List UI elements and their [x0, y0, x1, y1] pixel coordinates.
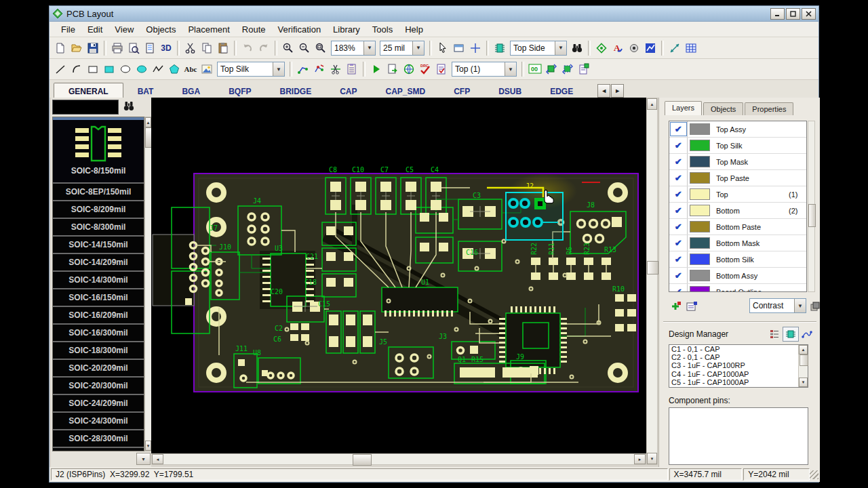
layer-properties-icon[interactable] — [684, 299, 700, 314]
canvas-horizontal-scrollbar[interactable]: ◄ ► — [151, 453, 646, 465]
layer-color-swatch[interactable] — [690, 156, 710, 167]
net-list-icon[interactable] — [344, 61, 360, 77]
component-pins-list[interactable] — [669, 407, 808, 465]
polygon-tool-icon[interactable] — [166, 61, 182, 77]
layer-row-top-mask[interactable]: ✔Top Mask — [669, 154, 806, 170]
text-tool-icon[interactable]: Abc — [182, 61, 199, 77]
grid-table-icon[interactable] — [683, 40, 699, 56]
zoom-in-icon[interactable] — [280, 40, 296, 56]
panel-tab-properties[interactable]: Properties — [745, 102, 793, 115]
layer-color-swatch[interactable] — [690, 237, 710, 249]
layer-color-swatch[interactable] — [690, 123, 710, 135]
open-file-icon[interactable] — [68, 40, 85, 56]
scroll-right-icon[interactable]: ► — [634, 454, 646, 464]
zoom-level-combo[interactable]: 183% ▼ — [331, 41, 376, 56]
layer-color-swatch[interactable] — [690, 253, 710, 265]
scroll-down-icon[interactable]: ▼ — [145, 441, 151, 451]
layer-visible-checkbox[interactable]: ✔ — [669, 121, 688, 137]
contrast-combo[interactable]: Contrast ▼ — [749, 298, 806, 313]
pattern-item[interactable]: SOIC-16/150mil — [53, 289, 144, 307]
scroll-up-icon[interactable]: ▲ — [647, 98, 657, 110]
pattern-diamond-icon[interactable] — [593, 40, 610, 56]
route-trace-icon[interactable] — [295, 61, 311, 77]
redo-icon[interactable] — [256, 40, 272, 56]
layer-visible-checkbox[interactable]: ✔ — [669, 154, 688, 169]
pattern-item[interactable]: SOIC-16/209mil — [53, 307, 144, 325]
component-chip-icon[interactable] — [492, 40, 508, 56]
layer-row-top[interactable]: ✔Top(1) — [669, 186, 806, 203]
layer-visible-checkbox[interactable]: ✔ — [669, 170, 688, 186]
drc-report-icon[interactable] — [433, 61, 450, 77]
design-manager-scrollbar[interactable]: ▲ ▼ — [798, 345, 808, 387]
layer-color-swatch[interactable] — [690, 172, 710, 184]
polyline-tool-icon[interactable] — [150, 61, 166, 77]
pattern-item[interactable]: SOIC-16/300mil — [53, 325, 144, 342]
pattern-item[interactable]: SOIC-28/300mil — [53, 430, 144, 448]
drc-check-icon[interactable]: DRC — [417, 61, 433, 77]
layer-row-bottom[interactable]: ✔Bottom(2) — [669, 203, 806, 219]
design-manager-item[interactable]: C5 - 1uF - CAP1000AP — [669, 378, 808, 386]
menu-help[interactable]: Help — [399, 23, 429, 36]
pcb-canvas[interactable]: C8C10C7C5C4J4J7J10U3C21C18C20C2C6J5J3J11… — [151, 98, 646, 453]
tab-scroll-left-icon[interactable]: ◄ — [597, 84, 610, 98]
net-graph-icon[interactable] — [642, 40, 658, 56]
layer-row-top-silk[interactable]: ✔Top Silk — [669, 138, 806, 154]
layer-visible-checkbox[interactable]: ✔ — [669, 219, 688, 235]
signal-layer-combo[interactable]: Top (1) ▼ — [452, 62, 517, 77]
unroute-scissors-icon[interactable] — [328, 61, 344, 77]
export-globe-icon[interactable] — [401, 61, 417, 77]
layer-color-swatch[interactable] — [690, 205, 710, 216]
scroll-down-icon[interactable]: ▼ — [647, 453, 657, 464]
menu-route[interactable]: Route — [236, 23, 272, 36]
chevron-down-icon[interactable]: ▼ — [273, 62, 284, 76]
pattern-item[interactable]: SOIC-14/209mil — [53, 254, 144, 272]
placement-window-icon[interactable] — [451, 40, 467, 56]
layer-visible-checkbox[interactable]: ✔ — [669, 251, 688, 267]
layer-row-top-assy[interactable]: ✔Top Assy — [669, 121, 806, 138]
text-marking-icon[interactable]: A — [610, 40, 626, 56]
scrollbar-thumb[interactable] — [800, 354, 808, 366]
pattern-item[interactable]: SOIC-18/300mil — [53, 342, 144, 360]
add-layer-icon[interactable] — [667, 299, 684, 314]
menu-placement[interactable]: Placement — [182, 23, 235, 36]
layer-visible-checkbox[interactable]: ✔ — [669, 235, 688, 251]
chevron-down-icon[interactable]: ▼ — [555, 41, 566, 55]
menu-library[interactable]: Library — [327, 23, 366, 36]
line-tool-icon[interactable] — [52, 61, 68, 77]
titles-icon[interactable] — [142, 40, 158, 56]
rectangle-tool-icon[interactable] — [85, 61, 101, 77]
menu-verification[interactable]: Verification — [272, 23, 328, 36]
chevron-down-icon[interactable]: ▼ — [363, 41, 375, 55]
menu-tools[interactable]: Tools — [366, 23, 399, 36]
close-button[interactable] — [802, 8, 816, 20]
image-tool-icon[interactable] — [199, 61, 215, 77]
pattern-item[interactable]: SOIC-20/300mil — [53, 378, 144, 395]
pattern-item[interactable]: SOIC-8EP/150mil — [53, 184, 144, 201]
layer-visible-checkbox[interactable]: ✔ — [669, 284, 688, 292]
search-binoculars-icon[interactable] — [121, 100, 136, 113]
layers-scrollbar[interactable] — [808, 121, 815, 292]
component-report-icon[interactable] — [576, 61, 592, 77]
chevron-down-icon[interactable]: ▼ — [794, 299, 806, 312]
origin-crosshair-icon[interactable] — [467, 40, 484, 56]
components-view-icon[interactable] — [783, 327, 799, 342]
scrollbar-thumb[interactable] — [647, 261, 658, 274]
save-icon[interactable] — [85, 40, 101, 56]
paste-icon[interactable] — [215, 40, 231, 56]
zoom-window-icon[interactable] — [313, 40, 329, 56]
print-preview-icon[interactable] — [125, 40, 142, 56]
find-binoculars-icon[interactable] — [569, 40, 585, 56]
cut-icon[interactable] — [182, 40, 199, 56]
layer-color-swatch[interactable] — [690, 188, 710, 200]
pattern-item[interactable]: SOIC-14/300mil — [53, 272, 144, 289]
arc-tool-icon[interactable] — [68, 61, 85, 77]
scroll-left-icon[interactable]: ◄ — [152, 454, 163, 464]
select-tool-icon[interactable] — [435, 40, 451, 56]
update-selected-icon[interactable] — [559, 61, 576, 77]
pattern-item[interactable]: SOIC-8/209mil — [53, 201, 144, 219]
hist-zero-icon[interactable]: 00 — [527, 61, 543, 77]
chevron-down-icon[interactable]: ▼ — [505, 62, 516, 76]
scroll-up-icon[interactable]: ▲ — [145, 117, 151, 127]
layer-visible-checkbox[interactable]: ✔ — [669, 186, 688, 202]
layer-visible-checkbox[interactable]: ✔ — [669, 203, 688, 218]
